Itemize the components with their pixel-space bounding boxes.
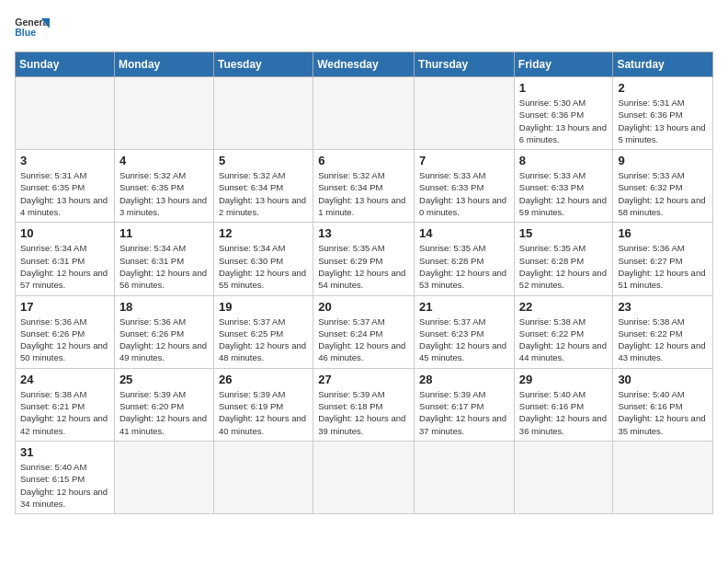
calendar-week-row: 3Sunrise: 5:31 AM Sunset: 6:35 PM Daylig…	[16, 150, 713, 223]
day-info: Sunrise: 5:36 AM Sunset: 6:27 PM Dayligh…	[618, 242, 708, 291]
day-info: Sunrise: 5:31 AM Sunset: 6:35 PM Dayligh…	[20, 169, 109, 218]
calendar-week-row: 24Sunrise: 5:38 AM Sunset: 6:21 PM Dayli…	[16, 368, 713, 441]
calendar-day-cell: 10Sunrise: 5:34 AM Sunset: 6:31 PM Dayli…	[16, 223, 115, 295]
calendar-day-cell	[415, 441, 515, 513]
calendar-day-cell: 23Sunrise: 5:38 AM Sunset: 6:22 PM Dayli…	[613, 295, 713, 368]
calendar-day-cell: 5Sunrise: 5:32 AM Sunset: 6:34 PM Daylig…	[213, 150, 313, 223]
calendar-week-row: 17Sunrise: 5:36 AM Sunset: 6:26 PM Dayli…	[16, 295, 713, 368]
day-number: 28	[419, 373, 509, 386]
weekday-header-row: SundayMondayTuesdayWednesdayThursdayFrid…	[16, 52, 713, 77]
calendar-day-cell	[613, 441, 713, 513]
day-info: Sunrise: 5:37 AM Sunset: 6:23 PM Dayligh…	[419, 316, 509, 364]
day-number: 31	[20, 445, 109, 459]
weekday-header-friday: Friday	[514, 52, 613, 77]
calendar-day-cell: 3Sunrise: 5:31 AM Sunset: 6:35 PM Daylig…	[16, 150, 115, 223]
day-number: 4	[119, 154, 209, 167]
day-number: 5	[219, 154, 308, 167]
day-number: 12	[219, 226, 308, 240]
day-info: Sunrise: 5:38 AM Sunset: 6:21 PM Dayligh…	[20, 388, 109, 437]
day-info: Sunrise: 5:32 AM Sunset: 6:34 PM Dayligh…	[318, 169, 409, 218]
day-number: 2	[618, 81, 708, 95]
day-info: Sunrise: 5:32 AM Sunset: 6:35 PM Dayligh…	[119, 169, 209, 218]
day-number: 7	[419, 154, 509, 167]
day-number: 18	[119, 300, 209, 314]
day-number: 24	[20, 373, 109, 386]
day-number: 22	[519, 300, 609, 314]
calendar-day-cell: 9Sunrise: 5:33 AM Sunset: 6:32 PM Daylig…	[613, 150, 713, 223]
day-info: Sunrise: 5:40 AM Sunset: 6:16 PM Dayligh…	[519, 388, 609, 437]
calendar-day-cell	[313, 77, 415, 150]
calendar-day-cell: 31Sunrise: 5:40 AM Sunset: 6:15 PM Dayli…	[16, 441, 115, 513]
calendar-day-cell: 24Sunrise: 5:38 AM Sunset: 6:21 PM Dayli…	[16, 368, 115, 441]
day-number: 29	[519, 373, 609, 386]
calendar-day-cell: 30Sunrise: 5:40 AM Sunset: 6:16 PM Dayli…	[613, 368, 713, 441]
day-info: Sunrise: 5:36 AM Sunset: 6:26 PM Dayligh…	[20, 316, 109, 364]
weekday-header-monday: Monday	[114, 52, 213, 77]
weekday-header-sunday: Sunday	[16, 52, 115, 77]
calendar-day-cell	[415, 77, 515, 150]
weekday-header-thursday: Thursday	[415, 52, 515, 77]
calendar-day-cell	[313, 441, 415, 513]
day-number: 6	[318, 154, 409, 167]
day-number: 26	[219, 373, 308, 386]
weekday-header-wednesday: Wednesday	[313, 52, 415, 77]
day-number: 30	[618, 373, 708, 386]
day-number: 3	[20, 154, 109, 167]
calendar-day-cell: 2Sunrise: 5:31 AM Sunset: 6:36 PM Daylig…	[613, 77, 713, 150]
calendar-day-cell: 16Sunrise: 5:36 AM Sunset: 6:27 PM Dayli…	[613, 223, 713, 295]
day-info: Sunrise: 5:39 AM Sunset: 6:19 PM Dayligh…	[219, 388, 308, 437]
day-number: 11	[119, 226, 209, 240]
calendar-day-cell: 13Sunrise: 5:35 AM Sunset: 6:29 PM Dayli…	[313, 223, 415, 295]
day-info: Sunrise: 5:33 AM Sunset: 6:33 PM Dayligh…	[419, 169, 509, 218]
day-number: 21	[419, 300, 509, 314]
day-number: 16	[618, 226, 708, 240]
calendar-day-cell: 18Sunrise: 5:36 AM Sunset: 6:26 PM Dayli…	[114, 295, 213, 368]
day-number: 27	[318, 373, 409, 386]
day-info: Sunrise: 5:40 AM Sunset: 6:16 PM Dayligh…	[618, 388, 708, 437]
calendar-day-cell	[213, 441, 313, 513]
day-number: 15	[519, 226, 609, 240]
svg-text:Blue: Blue	[15, 27, 36, 38]
day-info: Sunrise: 5:39 AM Sunset: 6:17 PM Dayligh…	[419, 388, 509, 437]
day-info: Sunrise: 5:40 AM Sunset: 6:15 PM Dayligh…	[20, 461, 109, 510]
weekday-header-tuesday: Tuesday	[213, 52, 313, 77]
calendar-day-cell: 20Sunrise: 5:37 AM Sunset: 6:24 PM Dayli…	[313, 295, 415, 368]
day-number: 10	[20, 226, 109, 240]
calendar-body: 1Sunrise: 5:30 AM Sunset: 6:36 PM Daylig…	[16, 77, 713, 514]
calendar-day-cell	[213, 77, 313, 150]
day-info: Sunrise: 5:33 AM Sunset: 6:32 PM Dayligh…	[618, 169, 708, 218]
calendar-day-cell: 19Sunrise: 5:37 AM Sunset: 6:25 PM Dayli…	[213, 295, 313, 368]
day-info: Sunrise: 5:35 AM Sunset: 6:28 PM Dayligh…	[419, 242, 509, 291]
day-number: 14	[419, 226, 509, 240]
day-info: Sunrise: 5:30 AM Sunset: 6:36 PM Dayligh…	[519, 97, 609, 145]
calendar-day-cell: 14Sunrise: 5:35 AM Sunset: 6:28 PM Dayli…	[415, 223, 515, 295]
calendar-day-cell: 7Sunrise: 5:33 AM Sunset: 6:33 PM Daylig…	[415, 150, 515, 223]
day-info: Sunrise: 5:35 AM Sunset: 6:28 PM Dayligh…	[519, 242, 609, 291]
calendar-day-cell: 22Sunrise: 5:38 AM Sunset: 6:22 PM Dayli…	[514, 295, 613, 368]
day-info: Sunrise: 5:34 AM Sunset: 6:31 PM Dayligh…	[20, 242, 109, 291]
day-info: Sunrise: 5:36 AM Sunset: 6:26 PM Dayligh…	[119, 316, 209, 364]
day-number: 25	[119, 373, 209, 386]
weekday-header-saturday: Saturday	[613, 52, 713, 77]
calendar-day-cell	[114, 77, 213, 150]
calendar-day-cell: 8Sunrise: 5:33 AM Sunset: 6:33 PM Daylig…	[514, 150, 613, 223]
calendar-day-cell: 17Sunrise: 5:36 AM Sunset: 6:26 PM Dayli…	[16, 295, 115, 368]
day-number: 9	[618, 154, 708, 167]
day-info: Sunrise: 5:31 AM Sunset: 6:36 PM Dayligh…	[618, 97, 708, 145]
calendar-week-row: 10Sunrise: 5:34 AM Sunset: 6:31 PM Dayli…	[16, 223, 713, 295]
calendar-week-row: 31Sunrise: 5:40 AM Sunset: 6:15 PM Dayli…	[16, 441, 713, 513]
calendar-week-row: 1Sunrise: 5:30 AM Sunset: 6:36 PM Daylig…	[16, 77, 713, 150]
calendar-day-cell	[114, 441, 213, 513]
calendar-day-cell: 15Sunrise: 5:35 AM Sunset: 6:28 PM Dayli…	[514, 223, 613, 295]
calendar-day-cell: 4Sunrise: 5:32 AM Sunset: 6:35 PM Daylig…	[114, 150, 213, 223]
logo: General Blue	[15, 15, 50, 42]
calendar-day-cell: 28Sunrise: 5:39 AM Sunset: 6:17 PM Dayli…	[415, 368, 515, 441]
day-info: Sunrise: 5:32 AM Sunset: 6:34 PM Dayligh…	[219, 169, 308, 218]
day-number: 13	[318, 226, 409, 240]
day-info: Sunrise: 5:39 AM Sunset: 6:18 PM Dayligh…	[318, 388, 409, 437]
calendar-day-cell: 26Sunrise: 5:39 AM Sunset: 6:19 PM Dayli…	[213, 368, 313, 441]
calendar-day-cell	[514, 441, 613, 513]
day-number: 17	[20, 300, 109, 314]
calendar-table: SundayMondayTuesdayWednesdayThursdayFrid…	[15, 52, 713, 514]
day-info: Sunrise: 5:37 AM Sunset: 6:25 PM Dayligh…	[219, 316, 308, 364]
